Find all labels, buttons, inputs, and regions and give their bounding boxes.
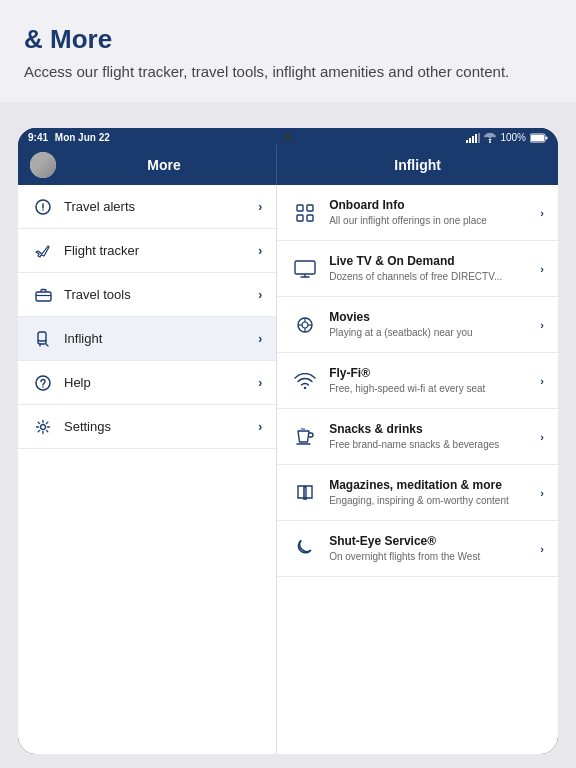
- grid-icon: [291, 199, 319, 227]
- camera-notch: [285, 134, 291, 140]
- inflight-title-live-tv: Live TV & On Demand: [329, 254, 534, 270]
- svg-rect-14: [38, 332, 46, 341]
- inflight-text-snacks: Snacks & drinks Free brand-name snacks &…: [329, 422, 534, 452]
- svg-rect-2: [472, 136, 474, 143]
- svg-rect-3: [475, 134, 477, 143]
- svg-point-5: [489, 141, 491, 143]
- svg-point-28: [302, 322, 308, 328]
- sidebar-item-help[interactable]: Help ›: [18, 361, 276, 405]
- inflight-title-onboard: Onboard Info: [329, 198, 534, 214]
- briefcase-icon: [32, 284, 54, 306]
- chevron-right-icon: ›: [540, 207, 544, 219]
- inflight-text-live-tv: Live TV & On Demand Dozens of channels o…: [329, 254, 534, 284]
- sidebar-item-settings[interactable]: Settings ›: [18, 405, 276, 449]
- sidebar-item-inflight[interactable]: Inflight ›: [18, 317, 276, 361]
- svg-rect-24: [295, 261, 315, 274]
- svg-point-17: [36, 376, 50, 390]
- sidebar-label-inflight: Inflight: [64, 331, 258, 346]
- chevron-right-icon: ›: [258, 288, 262, 302]
- chevron-right-icon: ›: [540, 375, 544, 387]
- status-indicators: 100%: [466, 132, 548, 143]
- sidebar-label-settings: Settings: [64, 419, 258, 434]
- sidebar-item-travel-tools[interactable]: Travel tools ›: [18, 273, 276, 317]
- chevron-right-icon: ›: [258, 244, 262, 258]
- inflight-subtitle-live-tv: Dozens of channels of free DIRECTV...: [329, 270, 534, 283]
- svg-rect-0: [466, 140, 468, 143]
- nav-headers: More Inflight: [18, 145, 558, 185]
- chevron-right-icon: ›: [258, 200, 262, 214]
- tv-icon: [291, 255, 319, 283]
- wifi-icon: [291, 367, 319, 395]
- status-time-date: 9:41 Mon Jun 22: [28, 132, 110, 143]
- wifi-status-icon: [484, 133, 496, 143]
- battery-icon: [530, 133, 548, 143]
- coffee-icon: [291, 423, 319, 451]
- right-panel: Onboard Info All our inflight offerings …: [277, 185, 558, 754]
- sidebar-label-flight-tracker: Flight tracker: [64, 243, 258, 258]
- svg-point-18: [42, 386, 44, 388]
- inflight-item-live-tv[interactable]: Live TV & On Demand Dozens of channels o…: [277, 241, 558, 297]
- chevron-right-icon: ›: [540, 431, 544, 443]
- svg-rect-23: [307, 215, 313, 221]
- left-panel: Travel alerts › Flight tracker ›: [18, 185, 277, 754]
- inflight-title-movies: Movies: [329, 310, 534, 326]
- svg-rect-20: [297, 205, 303, 211]
- sidebar-label-travel-tools: Travel tools: [64, 287, 258, 302]
- inflight-item-movies[interactable]: Movies Playing at a (seatback) near you …: [277, 297, 558, 353]
- inflight-text-shut-eye: Shut-Eye Service® On overnight flights f…: [329, 534, 534, 564]
- plane-icon: [32, 240, 54, 262]
- inflight-item-snacks[interactable]: Snacks & drinks Free brand-name snacks &…: [277, 409, 558, 465]
- tablet-frame: 9:41 Mon Jun 22 100%: [18, 128, 558, 754]
- inflight-subtitle-fly-fi: Free, high-speed wi-fi at every seat: [329, 382, 534, 395]
- inflight-item-onboard-info[interactable]: Onboard Info All our inflight offerings …: [277, 185, 558, 241]
- inflight-subtitle-magazines: Engaging, inspiring & om-worthy content: [329, 494, 534, 507]
- right-nav-title: Inflight: [394, 157, 441, 173]
- inflight-title-snacks: Snacks & drinks: [329, 422, 534, 438]
- chevron-right-icon: ›: [540, 543, 544, 555]
- chevron-right-icon: ›: [258, 420, 262, 434]
- inflight-title-magazines: Magazines, meditation & more: [329, 478, 534, 494]
- svg-rect-4: [478, 133, 480, 143]
- inflight-item-fly-fi[interactable]: Fly-Fi® Free, high-speed wi-fi at every …: [277, 353, 558, 409]
- film-icon: [291, 311, 319, 339]
- svg-point-33: [304, 386, 306, 388]
- inflight-subtitle-movies: Playing at a (seatback) near you: [329, 326, 534, 339]
- svg-point-11: [42, 209, 44, 211]
- chevron-right-icon: ›: [540, 319, 544, 331]
- top-area: & More Access our flight tracker, travel…: [0, 0, 576, 102]
- book-icon: [291, 479, 319, 507]
- svg-point-19: [41, 424, 46, 429]
- left-nav-title: More: [64, 157, 264, 173]
- alert-circle-icon: [32, 196, 54, 218]
- inflight-item-magazines[interactable]: Magazines, meditation & more Engaging, i…: [277, 465, 558, 521]
- svg-rect-1: [469, 138, 471, 143]
- inflight-subtitle-snacks: Free brand-name snacks & beverages: [329, 438, 534, 451]
- chevron-right-icon: ›: [540, 263, 544, 275]
- sidebar-label-help: Help: [64, 375, 258, 390]
- moon-icon: [291, 535, 319, 563]
- svg-rect-8: [531, 135, 544, 141]
- sidebar-item-travel-alerts[interactable]: Travel alerts ›: [18, 185, 276, 229]
- chevron-right-icon: ›: [258, 332, 262, 346]
- sidebar-item-flight-tracker[interactable]: Flight tracker ›: [18, 229, 276, 273]
- seat-icon: [32, 328, 54, 350]
- svg-rect-12: [36, 292, 51, 301]
- inflight-title-shut-eye: Shut-Eye Service®: [329, 534, 534, 550]
- svg-rect-22: [297, 215, 303, 221]
- signal-icon: [466, 133, 480, 143]
- inflight-subtitle-shut-eye: On overnight flights from the West: [329, 550, 534, 563]
- content-area: Travel alerts › Flight tracker ›: [18, 185, 558, 754]
- page-subtitle: Access our flight tracker, travel tools,…: [24, 61, 552, 82]
- chevron-right-icon: ›: [258, 376, 262, 390]
- svg-line-15: [46, 344, 48, 346]
- inflight-text-fly-fi: Fly-Fi® Free, high-speed wi-fi at every …: [329, 366, 534, 396]
- inflight-title-fly-fi: Fly-Fi®: [329, 366, 534, 382]
- chevron-right-icon: ›: [540, 487, 544, 499]
- help-circle-icon: [32, 372, 54, 394]
- inflight-text-onboard: Onboard Info All our inflight offerings …: [329, 198, 534, 228]
- gear-icon: [32, 416, 54, 438]
- sidebar-label-travel-alerts: Travel alerts: [64, 199, 258, 214]
- avatar: [30, 152, 56, 178]
- inflight-text-movies: Movies Playing at a (seatback) near you: [329, 310, 534, 340]
- inflight-item-shut-eye[interactable]: Shut-Eye Service® On overnight flights f…: [277, 521, 558, 577]
